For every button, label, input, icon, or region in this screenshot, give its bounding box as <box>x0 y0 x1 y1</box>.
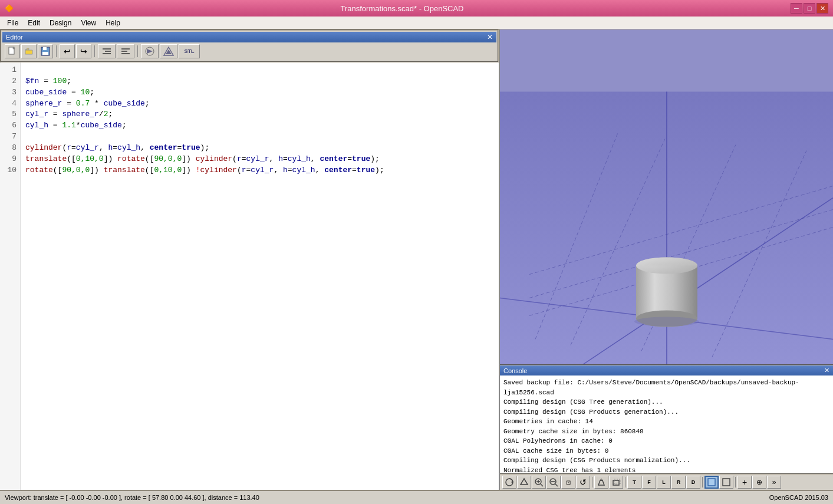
vp-reset-btn[interactable]: ↺ <box>576 476 590 489</box>
window-title: Transformations.scad* - OpenSCAD <box>14 4 791 13</box>
main-layout: Editor ✕ ↩ ↪ <box>0 29 833 490</box>
viewport-toolbar: ⊡ ↺ T F L R D + ⊕ » <box>500 473 833 490</box>
app-logo: 🔶 <box>5 4 14 12</box>
toolbar-sep-1 <box>56 45 57 57</box>
maximize-button[interactable]: □ <box>804 3 815 14</box>
svg-rect-54 <box>708 479 715 486</box>
minimize-button[interactable]: ─ <box>791 3 802 14</box>
indent-button[interactable] <box>98 44 116 58</box>
export-stl-button[interactable]: STL <box>179 44 200 58</box>
menu-view[interactable]: View <box>76 18 101 28</box>
svg-point-29 <box>636 258 697 274</box>
close-button[interactable]: ✕ <box>816 3 828 14</box>
viewport[interactable]: Z Y X Console ✕ Saved backup file: C:/Us… <box>500 29 833 490</box>
title-bar: 🔶 Transformations.scad* - OpenSCAD ─ □ ✕ <box>0 0 833 17</box>
menu-bar: File Edit Design View Help <box>0 17 833 29</box>
vp-crosshair-btn[interactable]: + <box>737 476 752 489</box>
vp-left-btn[interactable]: L <box>657 476 671 489</box>
menu-edit[interactable]: Edit <box>23 18 45 28</box>
svg-marker-12 <box>147 49 153 54</box>
menu-file[interactable]: File <box>2 18 23 28</box>
vp-diag-btn[interactable]: D <box>686 476 700 489</box>
render-button[interactable] <box>160 44 177 58</box>
menu-help[interactable]: Help <box>101 18 125 28</box>
vp-sep-1 <box>592 477 592 487</box>
svg-marker-41 <box>511 480 513 483</box>
svg-line-49 <box>555 484 558 486</box>
editor-toolbar: ↩ ↪ STL <box>2 42 496 60</box>
svg-point-30 <box>634 317 699 327</box>
open-file-button[interactable] <box>21 44 37 58</box>
vp-ortho-btn[interactable] <box>609 476 623 489</box>
window-controls: ─ □ ✕ <box>791 3 828 14</box>
statusbar: Viewport: translate = [ -0.00 -0.00 -0.0… <box>0 490 833 504</box>
editor-title: Editor <box>6 34 23 41</box>
vp-zoom-in-btn[interactable] <box>532 476 546 489</box>
redo-button[interactable]: ↪ <box>76 44 91 58</box>
console-close-icon[interactable]: ✕ <box>824 367 829 374</box>
editor-toolbar-wrapper: Editor ✕ ↩ ↪ <box>0 29 499 62</box>
vp-sep-4 <box>735 477 736 487</box>
vp-sep-2 <box>625 477 625 487</box>
app-version: OpenSCAD 2015.03 <box>769 494 828 501</box>
svg-marker-42 <box>521 479 528 485</box>
menu-design[interactable]: Design <box>45 18 76 28</box>
vp-render-mode-btn[interactable] <box>719 476 733 489</box>
code-content[interactable]: $fn = 100; cube_side = 10; sphere_r = 0.… <box>21 62 499 490</box>
vp-axes-btn[interactable]: ⊕ <box>752 476 766 489</box>
vp-zoom-out-btn[interactable] <box>546 476 561 489</box>
editor-header: Editor ✕ <box>2 32 496 42</box>
code-editor[interactable]: 12345 678910 $fn = 100; cube_side = 10; … <box>0 62 499 490</box>
vp-zoom-fit-btn[interactable]: ⊡ <box>561 476 575 489</box>
unindent-button[interactable] <box>117 44 134 58</box>
vp-mesh-btn[interactable] <box>517 476 531 489</box>
editor-panel: Editor ✕ ↩ ↪ <box>0 29 500 490</box>
viewport-info: Viewport: translate = [ -0.00 -0.00 -0.0… <box>5 494 259 501</box>
vp-persp-btn[interactable] <box>594 476 608 489</box>
console-header: Console ✕ <box>500 365 833 375</box>
svg-line-46 <box>541 484 543 486</box>
vp-top-btn[interactable]: T <box>627 476 641 489</box>
svg-rect-4 <box>42 52 48 55</box>
svg-rect-55 <box>723 479 730 486</box>
vp-right-btn[interactable]: R <box>671 476 686 489</box>
console-title: Console <box>503 367 527 374</box>
vp-front-btn[interactable]: F <box>642 476 656 489</box>
vp-preview-mode-btn[interactable] <box>704 476 719 489</box>
line-numbers: 12345 678910 <box>0 62 21 490</box>
save-file-button[interactable] <box>38 44 53 58</box>
vp-rotate-btn[interactable] <box>502 476 516 489</box>
console-panel: Console ✕ Saved backup file: C:/Users/St… <box>500 364 833 473</box>
undo-button[interactable]: ↩ <box>60 44 75 58</box>
svg-marker-50 <box>598 480 604 485</box>
console-content: Saved backup file: C:/Users/Steve/Docume… <box>500 375 833 473</box>
preview-button[interactable] <box>141 44 159 58</box>
new-file-button[interactable] <box>5 44 20 58</box>
vp-more-btn[interactable]: » <box>767 476 781 489</box>
vp-sep-3 <box>702 477 703 487</box>
editor-close-icon[interactable]: ✕ <box>487 33 493 41</box>
toolbar-sep-3 <box>137 45 138 57</box>
svg-marker-51 <box>600 479 602 480</box>
toolbar-sep-2 <box>94 45 95 57</box>
svg-rect-3 <box>43 47 47 50</box>
